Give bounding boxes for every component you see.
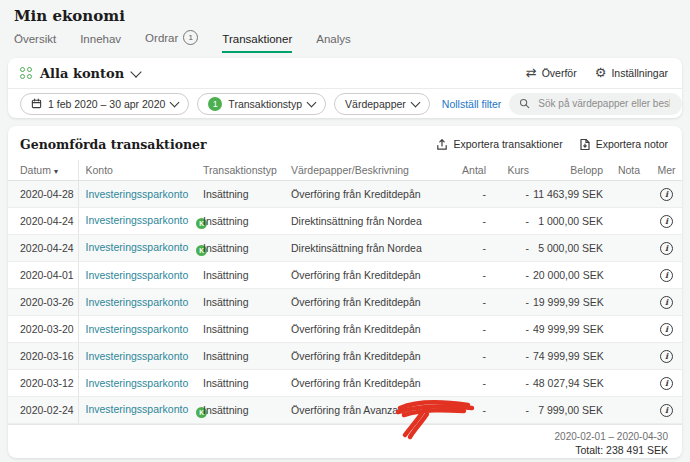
securities-label: Värdepapper (345, 98, 406, 110)
cell-kurs: - (490, 370, 533, 397)
cell-antal: - (450, 343, 490, 370)
cell-beskrivning: Direktinsättning från Nordea (291, 235, 450, 262)
cell-mer: i (651, 181, 682, 208)
settings-label: Inställningar (611, 67, 668, 79)
cell-kurs: - (490, 235, 533, 262)
cell-mer: i (651, 235, 682, 262)
cell-mer: i (651, 208, 682, 235)
cell-konto: Investeringssparkonto K (78, 262, 203, 289)
export-transactions-button[interactable]: Exportera transaktioner (436, 138, 562, 151)
settings-button[interactable]: ⚙ Inställningar (595, 67, 668, 79)
cell-belopp: 19 999,99 SEK (533, 289, 607, 316)
tab-transaktioner[interactable]: Transaktioner (222, 33, 292, 53)
column-header-nota: Nota (607, 160, 651, 181)
chevron-down-icon (410, 97, 420, 107)
cell-beskrivning: Överföring från Kreditdepån (291, 262, 450, 289)
cell-datum: 2020-04-01 (8, 262, 78, 289)
account-row: Alla konton ⇄ Överför ⚙ Inställningar (8, 58, 682, 88)
info-icon[interactable]: i (660, 188, 673, 201)
info-icon[interactable]: i (660, 323, 673, 336)
search-pill (509, 93, 682, 115)
footer-period: 2020-02-01 – 2020-04-30 (22, 430, 668, 443)
footer-total: Totalt: 238 491 SEK (22, 443, 668, 458)
cell-antal: - (450, 208, 490, 235)
account-link[interactable]: Investeringssparkonto (86, 296, 189, 308)
cell-konto: Investeringssparkonto K (78, 289, 203, 316)
table-body: 2020-04-28 Investeringssparkonto K Insät… (8, 181, 682, 424)
tab-analys[interactable]: Analys (316, 33, 351, 53)
cell-belopp: 20 000,00 SEK (533, 262, 607, 289)
cell-nota (607, 235, 651, 262)
cell-belopp: 48 027,94 SEK (533, 370, 607, 397)
cell-transaktionstyp: Insättning (203, 208, 291, 235)
tab-ordrar[interactable]: Ordrar 1 (145, 30, 198, 53)
tab-oversikt[interactable]: Översikt (14, 33, 56, 53)
cell-belopp: 7 999,00 SEK (533, 397, 607, 424)
column-header-konto: Konto (78, 160, 203, 181)
export-notes-button[interactable]: Exportera notor (579, 138, 668, 151)
info-icon[interactable]: i (660, 296, 673, 309)
cell-konto: Investeringssparkonto K (78, 343, 203, 370)
transaction-type-filter[interactable]: 1 Transaktionstyp (197, 93, 326, 115)
account-link[interactable]: Investeringssparkonto (86, 269, 189, 281)
cell-konto: Investeringssparkonto K (78, 370, 203, 397)
cell-kurs: - (490, 208, 533, 235)
document-download-icon (579, 138, 591, 151)
account-link[interactable]: Investeringssparkonto (86, 323, 189, 335)
info-icon[interactable]: i (660, 269, 673, 282)
info-icon[interactable]: i (660, 242, 673, 255)
transfer-button[interactable]: ⇄ Överför (526, 67, 577, 79)
search-input[interactable] (536, 97, 672, 110)
table-row: 2020-04-01 Investeringssparkonto K Insät… (8, 262, 682, 289)
chevron-down-icon (170, 97, 180, 107)
info-icon[interactable]: i (660, 404, 673, 417)
cell-nota (607, 262, 651, 289)
column-header-antal: Antal (450, 160, 490, 181)
filter-count-badge: 1 (208, 97, 222, 111)
account-selector[interactable]: Alla konton (20, 66, 140, 81)
cell-transaktionstyp: Insättning (203, 316, 291, 343)
account-link[interactable]: Investeringssparkonto (86, 188, 189, 200)
cell-antal: - (450, 262, 490, 289)
cell-nota (607, 181, 651, 208)
transfer-icon: ⇄ (526, 67, 537, 79)
cell-belopp: 74 999,99 SEK (533, 343, 607, 370)
cell-datum: 2020-04-24 (8, 235, 78, 262)
info-icon[interactable]: i (660, 377, 673, 390)
cell-datum: 2020-02-24 (8, 397, 78, 424)
export-notes-label: Exportera notor (596, 138, 668, 150)
table-row: 2020-03-26 Investeringssparkonto K Insät… (8, 289, 682, 316)
account-link[interactable]: Investeringssparkonto (86, 403, 189, 415)
cell-transaktionstyp: Insättning (203, 181, 291, 208)
tab-innehav[interactable]: Innehav (80, 33, 121, 53)
column-header-vardepapper: Värdepapper/Beskrivning (291, 160, 450, 181)
cell-kurs: - (490, 181, 533, 208)
filter-row: 1 feb 2020 – 30 apr 2020 1 Transaktionst… (8, 89, 682, 118)
info-icon[interactable]: i (660, 215, 673, 228)
cell-beskrivning: Överföring från Avanzakonto (291, 397, 450, 424)
cell-antal: - (450, 370, 490, 397)
account-selector-label: Alla konton (40, 66, 124, 81)
securities-filter[interactable]: Värdepapper (334, 93, 430, 115)
export-icon (436, 138, 448, 151)
export-transactions-label: Exportera transaktioner (453, 138, 562, 150)
cell-beskrivning: Överföring från Kreditdepån (291, 181, 450, 208)
gear-icon: ⚙ (595, 67, 607, 79)
orders-count-badge: 1 (183, 30, 198, 45)
cell-antal: - (450, 235, 490, 262)
info-icon[interactable]: i (660, 350, 673, 363)
account-link[interactable]: Investeringssparkonto (86, 214, 189, 226)
transaction-type-label: Transaktionstyp (228, 98, 302, 110)
reset-filters-link[interactable]: Nollställ filter (442, 98, 502, 110)
account-link[interactable]: Investeringssparkonto (86, 377, 189, 389)
cell-transaktionstyp: Insättning (203, 397, 291, 424)
cell-mer: i (651, 343, 682, 370)
column-header-datum[interactable]: Datum▾ (8, 160, 78, 181)
cell-beskrivning: Överföring från Kreditdepån (291, 343, 450, 370)
cell-konto: Investeringssparkonto K (78, 316, 203, 343)
cell-mer: i (651, 289, 682, 316)
cell-belopp: 1 000,00 SEK (533, 208, 607, 235)
account-link[interactable]: Investeringssparkonto (86, 350, 189, 362)
account-link[interactable]: Investeringssparkonto (86, 241, 189, 253)
date-range-filter[interactable]: 1 feb 2020 – 30 apr 2020 (20, 93, 189, 115)
